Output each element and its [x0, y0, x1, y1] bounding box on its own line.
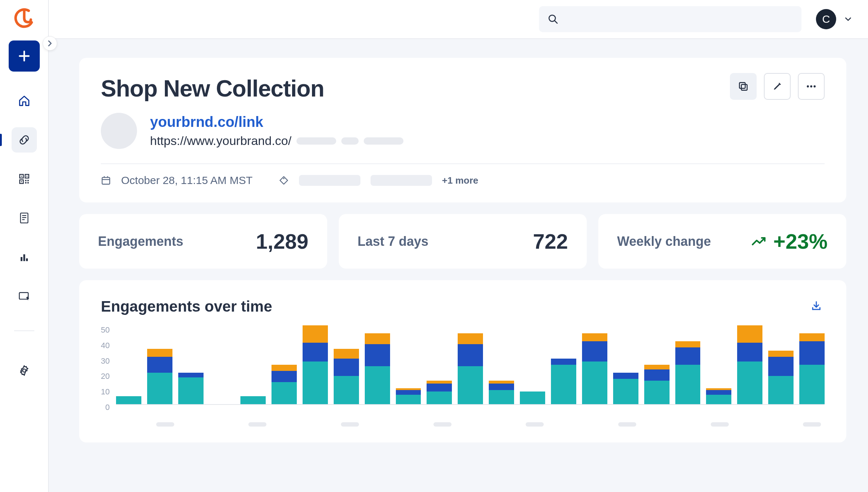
x-tick — [584, 422, 609, 427]
bar-segment-teal — [116, 396, 141, 404]
copy-button[interactable] — [730, 73, 757, 100]
bar-segment-orange — [271, 365, 297, 371]
bar-segment-blue — [427, 384, 452, 392]
bar-segment-blue — [489, 384, 514, 390]
bar[interactable] — [116, 396, 141, 404]
sidebar-nav — [12, 88, 37, 383]
bar-segment-blue — [271, 371, 297, 382]
x-tick — [307, 422, 332, 427]
x-tick — [276, 422, 301, 427]
more-button[interactable] — [798, 73, 825, 100]
sidebar-item-analytics[interactable] — [12, 244, 37, 270]
short-url[interactable]: yourbrnd.co/link — [150, 114, 403, 130]
bar[interactable] — [240, 396, 266, 404]
x-tick — [800, 422, 825, 427]
pencil-icon — [772, 81, 782, 91]
bar-segment-orange — [644, 365, 670, 369]
bar[interactable] — [613, 373, 638, 404]
bar-segment-blue — [737, 343, 762, 361]
y-tick: 40 — [101, 341, 110, 350]
analytics-icon — [19, 252, 30, 262]
avatar[interactable]: C — [816, 9, 836, 29]
sidebar-item-home[interactable] — [12, 88, 37, 114]
search-field[interactable] — [564, 13, 793, 25]
search-icon — [548, 14, 559, 25]
home-icon — [18, 95, 30, 107]
bar[interactable] — [551, 359, 576, 404]
bar[interactable] — [303, 325, 328, 404]
svg-rect-9 — [25, 182, 26, 184]
gear-icon — [18, 365, 30, 376]
bar-segment-teal — [271, 382, 297, 404]
download-chart-button[interactable] — [808, 298, 825, 315]
url-segment-placeholder — [341, 137, 359, 145]
sidebar-item-campaigns[interactable] — [12, 283, 37, 309]
bar[interactable] — [644, 365, 670, 404]
svg-rect-28 — [102, 177, 110, 184]
favicon-placeholder — [101, 113, 137, 149]
bar-segment-orange — [458, 333, 483, 345]
x-axis — [122, 422, 825, 427]
copy-icon — [737, 81, 749, 92]
long-url[interactable]: https://www.yourbrand.co/ — [150, 134, 291, 148]
sidebar-item-pages[interactable] — [12, 205, 37, 231]
bar-segment-teal — [458, 366, 483, 404]
svg-point-27 — [813, 85, 816, 87]
svg-rect-4 — [26, 176, 27, 177]
bar[interactable] — [178, 373, 204, 404]
bar[interactable] — [271, 365, 297, 404]
bar-segment-orange — [365, 333, 390, 345]
svg-rect-17 — [26, 258, 28, 261]
bar[interactable] — [706, 388, 731, 404]
bar[interactable] — [427, 381, 452, 404]
sidebar-item-links[interactable] — [12, 127, 37, 153]
download-icon — [811, 300, 822, 311]
caret-down-icon — [845, 17, 851, 21]
bar-segment-teal — [706, 395, 731, 404]
bar[interactable] — [334, 349, 359, 404]
campaign-icon — [18, 291, 30, 301]
sidebar-item-qr[interactable] — [12, 166, 37, 192]
bar[interactable] — [396, 388, 421, 404]
edit-button[interactable] — [764, 73, 791, 100]
x-tick — [245, 422, 270, 427]
bar[interactable] — [520, 392, 545, 404]
bar-segment-blue — [396, 390, 421, 395]
bar[interactable] — [799, 333, 825, 404]
tag-placeholder — [299, 175, 360, 186]
bar-segment-orange — [147, 349, 172, 357]
bar-segment-teal — [582, 361, 607, 404]
bar[interactable] — [582, 333, 607, 404]
bar[interactable] — [737, 325, 762, 404]
page-icon — [19, 212, 29, 224]
bar[interactable] — [365, 333, 390, 404]
chart-area: 50403020100 — [101, 325, 825, 419]
bar-segment-blue — [675, 347, 701, 365]
bar[interactable] — [768, 351, 794, 404]
bar-segment-teal — [644, 381, 670, 404]
create-button[interactable] — [9, 40, 40, 72]
chart-card: Engagements over time 50403020100 — [79, 280, 846, 442]
bar[interactable] — [458, 333, 483, 404]
y-axis: 50403020100 — [101, 325, 110, 419]
sidebar — [0, 0, 49, 492]
svg-rect-16 — [23, 254, 25, 261]
bar[interactable] — [147, 349, 172, 404]
expand-sidebar-button[interactable] — [43, 36, 57, 51]
bitly-logo[interactable] — [13, 7, 36, 30]
y-tick: 30 — [101, 356, 110, 366]
bar[interactable] — [675, 341, 701, 404]
sidebar-item-settings[interactable] — [12, 358, 37, 383]
bar-segment-orange — [737, 325, 762, 343]
more-tags[interactable]: +1 more — [442, 175, 478, 186]
x-tick — [214, 422, 239, 427]
bar[interactable] — [489, 381, 514, 404]
x-tick — [153, 422, 178, 427]
svg-point-25 — [807, 85, 809, 87]
x-tick — [738, 422, 763, 427]
account-menu[interactable]: C — [816, 9, 851, 29]
bar-segment-blue — [365, 344, 390, 366]
search-input[interactable] — [539, 6, 801, 32]
bar-segment-teal — [551, 365, 576, 404]
bar-segment-blue — [551, 359, 576, 365]
